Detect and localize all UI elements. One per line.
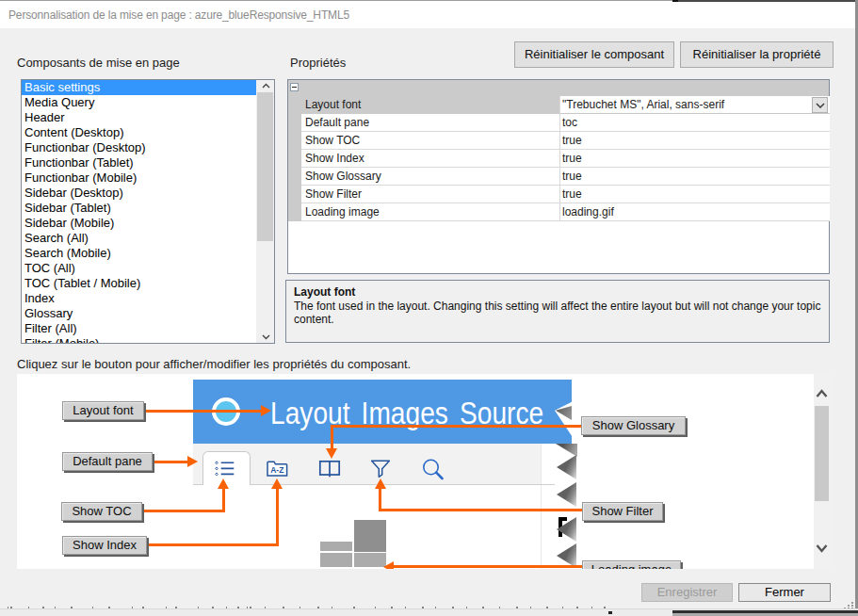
svg-text:A-Z: A-Z	[270, 465, 283, 475]
